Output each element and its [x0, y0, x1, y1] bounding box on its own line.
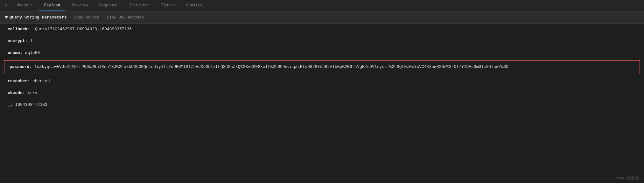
param-value-uname: wql590 — [23, 50, 40, 55]
tab-headers[interactable]: Headers — [11, 0, 38, 11]
collapse-triangle-icon — [5, 16, 8, 19]
tab-timing[interactable]: Timing — [156, 0, 180, 11]
param-key-encrypt: encrypt: — [8, 39, 27, 43]
param-value-underscore: 1694398472183 — [13, 102, 47, 107]
param-key-remember: remember: — [8, 79, 30, 84]
param-value-encrypt: 1 — [27, 39, 32, 43]
param-row-ckcode: ckcode: xrrv — [0, 87, 644, 99]
param-key-callback: callback: — [8, 27, 30, 32]
param-key-ckcode: ckcode: — [8, 91, 25, 95]
tab-response[interactable]: Response — [94, 0, 123, 11]
section-title-text: Query String Parameters — [10, 15, 66, 20]
param-row-callback: callback: jQuery17102462967106934928_169… — [0, 24, 644, 35]
param-row-password: password: 1eZkyqciwEVJoZL%2FrP96%2Bu1Rnu… — [4, 60, 640, 74]
tab-cookies[interactable]: Cookies — [181, 0, 207, 11]
section-header: Query String Parameters view source view… — [0, 11, 644, 24]
close-button[interactable]: × — [3, 2, 10, 10]
param-row-uname: uname: wql590 — [0, 47, 644, 59]
tab-payload[interactable]: Payload — [39, 0, 65, 11]
view-source-link[interactable]: view source — [74, 15, 99, 20]
tab-initiator[interactable]: Initiator — [124, 0, 155, 11]
param-value-callback: jQuery17102462967106934928_1694398357136 — [30, 27, 132, 32]
param-key-uname: uname: — [8, 50, 23, 55]
param-key-underscore: _: — [8, 102, 13, 107]
content-area: callback: jQuery17102462967106934928_169… — [0, 24, 644, 111]
param-key-password: password: — [10, 64, 32, 69]
param-row-encrypt: encrypt: 1 — [0, 35, 644, 47]
param-value-ckcode: xrrv — [25, 91, 38, 95]
param-value-password: 1eZkyqciwEVJoZL%2FrP96%2Bu1RnuY3J%2FokbU… — [32, 64, 508, 69]
section-title[interactable]: Query String Parameters — [5, 15, 66, 20]
footer-attribution: CSDN @吴秋霜 — [616, 176, 639, 180]
tab-preview[interactable]: Preview — [66, 0, 93, 11]
view-url-encoded-link[interactable]: view URL-encoded — [107, 15, 144, 20]
param-row-underscore: _: 1694398472183 — [0, 99, 644, 111]
tab-bar: × Headers Payload Preview Response Initi… — [0, 0, 644, 11]
param-row-remember: remember: checked — [0, 76, 644, 87]
param-value-remember: checked — [30, 79, 50, 84]
